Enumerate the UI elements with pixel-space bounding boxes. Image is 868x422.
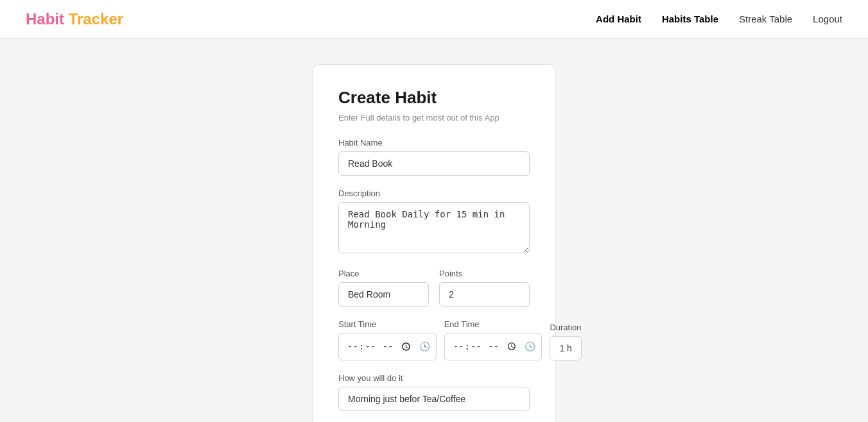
place-points-row: Place Points	[338, 269, 530, 307]
duration-input[interactable]	[550, 336, 581, 360]
place-label: Place	[338, 269, 429, 278]
description-textarea[interactable]: Read Book Daily for 15 min in Morning	[338, 202, 530, 253]
brand-tracker-text: Tracker	[69, 10, 123, 28]
navbar: Habit Tracker Add Habit Habits Table Str…	[0, 0, 868, 38]
brand-logo[interactable]: Habit Tracker	[26, 10, 123, 28]
brand-habit-text: Habit	[26, 10, 64, 28]
brand-space	[64, 10, 69, 28]
start-time-wrapper: 🕓	[338, 333, 437, 360]
duration-group: Duration	[550, 323, 581, 360]
time-duration-row: Start Time 🕓 End Time 🕓 Duration	[338, 319, 530, 360]
start-time-input[interactable]	[338, 333, 437, 360]
points-group: Points	[439, 269, 530, 307]
place-group: Place	[338, 269, 429, 307]
habit-name-group: Habit Name	[338, 138, 530, 176]
main-content: Create Habit Enter Full details to get m…	[0, 38, 868, 422]
end-time-label: End Time	[444, 319, 542, 329]
nav-habits-table[interactable]: Habits Table	[662, 13, 718, 24]
habit-name-label: Habit Name	[338, 138, 530, 148]
how-input[interactable]	[338, 387, 530, 411]
end-time-group: End Time 🕓	[444, 319, 542, 360]
place-input[interactable]	[338, 282, 429, 307]
duration-label: Duration	[550, 323, 581, 332]
start-time-group: Start Time 🕓	[338, 319, 437, 360]
form-title: Create Habit	[338, 88, 530, 108]
how-group: How you will do it	[338, 373, 530, 411]
description-group: Description Read Book Daily for 15 min i…	[338, 189, 530, 256]
create-habit-card: Create Habit Enter Full details to get m…	[312, 64, 556, 422]
start-time-label: Start Time	[338, 319, 437, 329]
points-input[interactable]	[439, 282, 530, 307]
habit-name-input[interactable]	[338, 151, 530, 176]
nav-logout[interactable]: Logout	[813, 13, 842, 24]
nav-add-habit[interactable]: Add Habit	[596, 13, 641, 24]
description-label: Description	[338, 189, 530, 198]
end-time-wrapper: 🕓	[444, 333, 542, 360]
how-label: How you will do it	[338, 373, 530, 383]
end-time-input[interactable]	[444, 333, 542, 360]
form-subtitle: Enter Full details to get most out of th…	[338, 113, 530, 122]
navbar-links: Add Habit Habits Table Streak Table Logo…	[596, 13, 842, 24]
points-label: Points	[439, 269, 530, 278]
nav-streak-table[interactable]: Streak Table	[739, 13, 792, 24]
